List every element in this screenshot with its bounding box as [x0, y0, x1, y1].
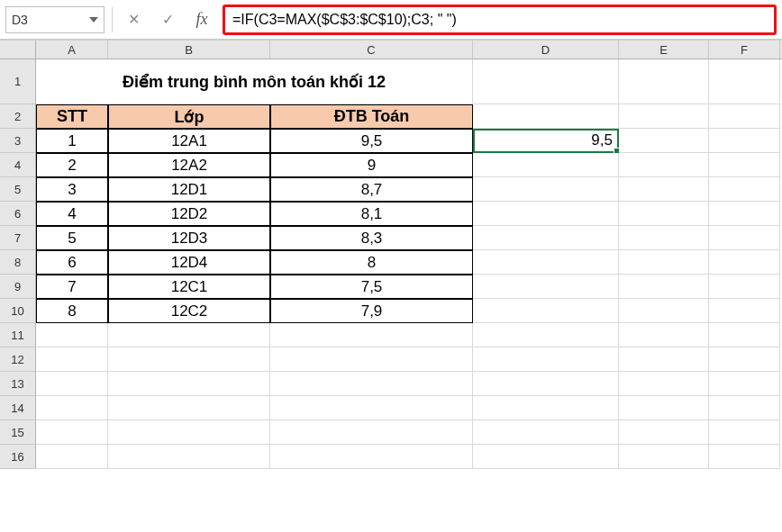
row-header-4[interactable]: 4: [0, 153, 36, 177]
cell[interactable]: [473, 347, 619, 372]
table-cell[interactable]: 12D3: [108, 226, 270, 250]
cell[interactable]: [619, 323, 709, 347]
table-cell[interactable]: 12D2: [108, 202, 270, 226]
cell[interactable]: [619, 59, 709, 104]
cell[interactable]: [473, 59, 619, 104]
cell[interactable]: [619, 226, 709, 250]
formula-input[interactable]: =IF(C3=MAX($C$3:$C$10);C3; " "): [223, 5, 777, 35]
table-cell[interactable]: 8,3: [270, 226, 473, 250]
table-cell[interactable]: 6: [36, 250, 108, 275]
cell[interactable]: [36, 420, 108, 445]
table-cell[interactable]: 5: [36, 226, 108, 250]
cell[interactable]: [270, 372, 473, 396]
cell[interactable]: [473, 275, 619, 299]
cell[interactable]: [270, 445, 473, 469]
cell[interactable]: [473, 420, 619, 445]
cell[interactable]: ▾: [473, 323, 619, 347]
table-cell[interactable]: 7,5: [270, 275, 473, 299]
col-header-F[interactable]: F: [709, 41, 780, 59]
row-header-5[interactable]: 5: [0, 177, 36, 202]
cell[interactable]: [709, 202, 780, 226]
table-cell[interactable]: 4: [36, 202, 108, 226]
table-cell[interactable]: 12C2: [108, 299, 270, 323]
cell[interactable]: [709, 226, 780, 250]
cell[interactable]: [709, 59, 780, 104]
row-header-2[interactable]: 2: [0, 104, 36, 129]
cell[interactable]: [270, 347, 473, 372]
cell[interactable]: [619, 153, 709, 177]
table-cell[interactable]: 12D1: [108, 177, 270, 202]
table-cell[interactable]: 12A1: [108, 129, 270, 153]
table-cell[interactable]: 12D4: [108, 250, 270, 275]
col-header-C[interactable]: C: [270, 41, 473, 59]
row-header-13[interactable]: 13: [0, 372, 36, 396]
cell[interactable]: [36, 396, 108, 420]
cell[interactable]: [619, 104, 709, 129]
cell[interactable]: [619, 445, 709, 469]
cell[interactable]: [709, 445, 780, 469]
cell[interactable]: [709, 396, 780, 420]
cell[interactable]: [709, 104, 780, 129]
cell[interactable]: [108, 445, 270, 469]
table-cell[interactable]: 8: [270, 250, 473, 275]
cell[interactable]: [619, 396, 709, 420]
name-box[interactable]: D3: [5, 6, 105, 33]
title-cell[interactable]: Điểm trung bình môn toán khối 12: [36, 59, 473, 104]
cell[interactable]: [473, 445, 619, 469]
cell[interactable]: [619, 275, 709, 299]
row-header-10[interactable]: 10: [0, 299, 36, 323]
cell[interactable]: [709, 347, 780, 372]
cell[interactable]: [36, 445, 108, 469]
cell[interactable]: [709, 299, 780, 323]
cell[interactable]: [270, 323, 473, 347]
table-cell[interactable]: 8,1: [270, 202, 473, 226]
table-cell[interactable]: 8: [36, 299, 108, 323]
enter-icon[interactable]: ✓: [154, 6, 181, 33]
cell[interactable]: [473, 250, 619, 275]
cell[interactable]: [619, 299, 709, 323]
cell[interactable]: [108, 347, 270, 372]
cell[interactable]: [619, 202, 709, 226]
cell[interactable]: [473, 299, 619, 323]
table-cell[interactable]: 8,7: [270, 177, 473, 202]
row-header-16[interactable]: 16: [0, 445, 36, 469]
row-header-11[interactable]: 11: [0, 323, 36, 347]
table-cell[interactable]: 9: [270, 153, 473, 177]
row-header-3[interactable]: 3: [0, 129, 36, 153]
cell[interactable]: [473, 202, 619, 226]
cell[interactable]: [108, 323, 270, 347]
table-cell[interactable]: 12C1: [108, 275, 270, 299]
cell[interactable]: [709, 177, 780, 202]
col-header-D[interactable]: D: [473, 41, 619, 59]
table-cell[interactable]: 3: [36, 177, 108, 202]
row-header-7[interactable]: 7: [0, 226, 36, 250]
cell[interactable]: [619, 372, 709, 396]
cell[interactable]: [473, 372, 619, 396]
cell[interactable]: [709, 420, 780, 445]
cell[interactable]: [473, 177, 619, 202]
table-cell[interactable]: 9,5: [270, 129, 473, 153]
row-header-8[interactable]: 8: [0, 250, 36, 275]
table-header-lop[interactable]: Lớp: [108, 104, 270, 129]
cell[interactable]: [108, 420, 270, 445]
table-cell[interactable]: 1: [36, 129, 108, 153]
fx-icon[interactable]: fx: [188, 6, 215, 33]
cell[interactable]: [709, 250, 780, 275]
row-header-6[interactable]: 6: [0, 202, 36, 226]
cell[interactable]: [709, 372, 780, 396]
cell[interactable]: [619, 177, 709, 202]
table-header-stt[interactable]: STT: [36, 104, 108, 129]
select-all-corner[interactable]: [0, 41, 36, 59]
cell[interactable]: [36, 347, 108, 372]
cell[interactable]: [619, 250, 709, 275]
row-header-1[interactable]: 1: [0, 59, 36, 104]
table-cell[interactable]: 7: [36, 275, 108, 299]
cell[interactable]: [36, 372, 108, 396]
cell[interactable]: [709, 129, 780, 153]
cell[interactable]: [36, 323, 108, 347]
table-cell[interactable]: 2: [36, 153, 108, 177]
cell[interactable]: [473, 153, 619, 177]
cell[interactable]: [619, 347, 709, 372]
cell[interactable]: [270, 420, 473, 445]
col-header-E[interactable]: E: [619, 41, 709, 59]
